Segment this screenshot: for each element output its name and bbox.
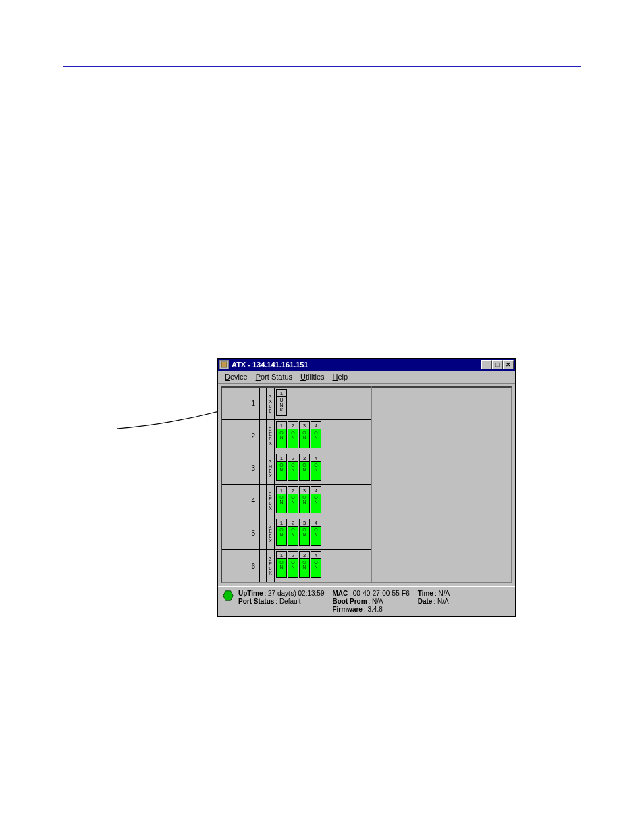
slot-row: 43E0X1ON2ON3ON4ON	[222, 485, 371, 517]
slot-rest	[323, 452, 371, 484]
port[interactable]: 1UNK	[276, 389, 287, 418]
statusbar: UpTime: 27 day(s) 02:13:59 Port Status: …	[218, 586, 515, 616]
port[interactable]: 2ON	[288, 454, 298, 483]
slot-row: 33H0X1ON2ON3ON4ON	[222, 452, 371, 485]
port-status: ON	[288, 559, 298, 578]
ports-area: 1ON2ON3ON4ON	[275, 485, 323, 517]
port-status: ON	[276, 527, 287, 546]
port-number: 4	[311, 421, 321, 429]
slot-row: 53E0X1ON2ON3ON4ON	[222, 517, 371, 550]
slot-module[interactable]: 3E0X1ON2ON3ON4ON	[267, 485, 323, 517]
port[interactable]: 1ON	[276, 454, 287, 483]
chassis-right-panel	[372, 386, 512, 583]
port[interactable]: 2ON	[288, 421, 298, 450]
slot-rest	[323, 517, 371, 549]
port-number: 2	[288, 454, 298, 462]
slot-rest	[323, 485, 371, 517]
slot-module[interactable]: 3E0X1ON2ON3ON4ON	[267, 420, 323, 452]
module-label: 3X00	[267, 388, 275, 419]
ports-area: 1ON2ON3ON4ON	[275, 550, 323, 582]
ports-area: 1UNK	[275, 388, 289, 419]
port-status: ON	[288, 429, 298, 448]
port[interactable]: 3ON	[299, 551, 310, 581]
port[interactable]: 4ON	[311, 519, 321, 548]
port[interactable]: 1ON	[276, 551, 287, 581]
slot-number: 2	[222, 420, 260, 452]
port[interactable]: 2ON	[288, 519, 298, 548]
mac-value: : 00-40-27-00-55-F6	[349, 590, 410, 597]
port-number: 3	[299, 486, 310, 494]
port[interactable]: 3ON	[299, 454, 310, 483]
slot-rest	[289, 388, 371, 419]
port-number: 3	[299, 454, 310, 462]
port-number: 2	[288, 486, 298, 494]
app-window: ATX - 134.141.161.151 _ □ ✕ Device Port …	[217, 358, 516, 617]
module-label: 3E0X	[267, 550, 275, 582]
mac-label: MAC	[332, 590, 348, 597]
port[interactable]: 2ON	[288, 486, 298, 515]
port[interactable]: 4ON	[311, 551, 321, 581]
port-number: 2	[288, 551, 298, 559]
window-controls: _ □ ✕	[481, 360, 514, 369]
port-number: 1	[276, 519, 287, 527]
port[interactable]: 2ON	[288, 551, 298, 581]
port-status: ON	[276, 494, 287, 513]
port-number: 1	[276, 421, 287, 429]
port[interactable]: 1ON	[276, 421, 287, 450]
port-status: UNK	[276, 397, 287, 416]
ports-area: 1ON2ON3ON4ON	[275, 420, 323, 452]
slot-gap	[260, 550, 267, 582]
port[interactable]: 4ON	[311, 486, 321, 515]
port-status: ON	[299, 462, 310, 481]
date-label: Date	[418, 598, 433, 605]
port-number: 1	[276, 551, 287, 559]
slot-module[interactable]: 3E0X1ON2ON3ON4ON	[267, 517, 323, 549]
slot-module[interactable]: 3E0X1ON2ON3ON4ON	[267, 550, 323, 582]
port-status: ON	[311, 559, 321, 578]
port[interactable]: 4ON	[311, 421, 321, 450]
module-label: 3E0X	[267, 517, 275, 549]
slot-number: 1	[222, 388, 260, 419]
menu-port-status[interactable]: Port Status	[252, 372, 296, 382]
maximize-button[interactable]: □	[492, 360, 503, 369]
firmware-value: : 3.4.8	[364, 606, 383, 613]
port[interactable]: 3ON	[299, 486, 310, 515]
portstatus-value: : Default	[275, 598, 300, 605]
menu-label: ort Status	[261, 373, 292, 381]
port-number: 2	[288, 519, 298, 527]
ports-area: 1ON2ON3ON4ON	[275, 517, 323, 549]
menu-device[interactable]: Device	[221, 372, 252, 382]
port[interactable]: 1ON	[276, 486, 287, 515]
port[interactable]: 3ON	[299, 421, 310, 450]
port-status: ON	[299, 559, 310, 578]
minimize-button[interactable]: _	[481, 360, 492, 369]
uptime-value: : 27 day(s) 02:13:59	[265, 590, 325, 597]
menu-help[interactable]: Help	[329, 372, 352, 382]
slot-module[interactable]: 3H0X1ON2ON3ON4ON	[267, 452, 323, 484]
port-number: 2	[288, 421, 298, 429]
port-status: ON	[276, 559, 287, 578]
menu-utilities[interactable]: Utilities	[296, 372, 328, 382]
time-value: : N/A	[435, 590, 450, 597]
slot-row: 63E0X1ON2ON3ON4ON	[222, 550, 371, 582]
port[interactable]: 4ON	[311, 454, 321, 483]
slot-gap	[260, 452, 267, 484]
svg-marker-5	[223, 591, 233, 600]
close-button[interactable]: ✕	[503, 360, 514, 369]
port[interactable]: 3ON	[299, 519, 310, 548]
port-status: ON	[288, 527, 298, 546]
port-number: 3	[299, 519, 310, 527]
port-number: 4	[311, 454, 321, 462]
slot-module[interactable]: 3X001UNK	[267, 388, 289, 419]
port-status: ON	[299, 494, 310, 513]
port-status: ON	[276, 462, 287, 481]
bootprom-label: Boot Prom	[332, 598, 367, 605]
slot-row: 23E0X1ON2ON3ON4ON	[222, 420, 371, 452]
slot-gap	[260, 517, 267, 549]
port-number: 3	[299, 421, 310, 429]
port-status: ON	[299, 527, 310, 546]
titlebar[interactable]: ATX - 134.141.161.151 _ □ ✕	[218, 359, 515, 371]
bootprom-value: : N/A	[369, 598, 383, 605]
date-value: : N/A	[433, 598, 448, 605]
port[interactable]: 1ON	[276, 519, 287, 548]
